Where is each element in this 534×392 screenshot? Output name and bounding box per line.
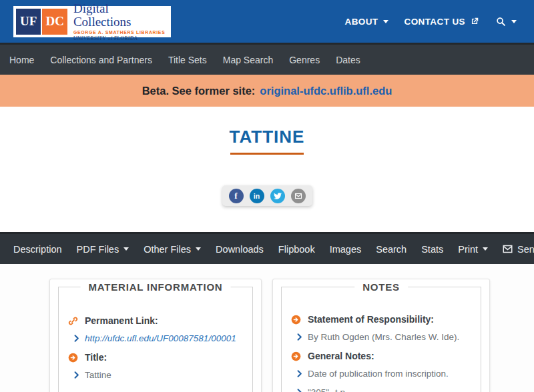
- print-label: Print: [458, 244, 478, 255]
- dc-logo-square: DC: [42, 9, 67, 35]
- permanent-link-label-row: Permanent Link:: [68, 315, 243, 326]
- nav-item-collections-and-partners[interactable]: Collections and Partners: [42, 55, 160, 65]
- external-link-icon: [470, 17, 479, 26]
- stats-label: Stats: [421, 244, 443, 255]
- item-toolbar: Description PDF Files Other Files Downlo…: [0, 232, 534, 264]
- arrow-circle-icon: [291, 315, 301, 325]
- statement-of-responsibility-value-row: By Ruth Ogden (Mrs. Charles W. Ide).: [297, 332, 471, 342]
- permanent-link-value-row: http://ufdc.ufl.edu/UF00087581/00001: [74, 333, 243, 343]
- nav-item-genres[interactable]: Genres: [281, 55, 328, 65]
- contact-us-label: CONTACT US: [405, 17, 466, 27]
- nav-item-map-search[interactable]: Map Search: [215, 55, 281, 65]
- search-icon: [495, 16, 507, 27]
- tab-downloads[interactable]: Downloads: [216, 244, 264, 255]
- chevron-right-icon: [297, 333, 302, 341]
- tab-other-files[interactable]: Other Files: [144, 244, 201, 255]
- logo-title: Digital Collections: [73, 2, 168, 29]
- send-label: Send: [517, 244, 534, 255]
- search-toggle[interactable]: [495, 16, 517, 27]
- field-label: General Notes:: [308, 351, 374, 361]
- title-underline: [230, 153, 304, 155]
- page-title: TATTINE: [230, 127, 305, 147]
- tab-pdf-files-label: PDF Files: [77, 244, 119, 255]
- print-button[interactable]: Print: [458, 244, 488, 255]
- chevron-down-icon: [511, 20, 517, 23]
- facebook-icon: f: [234, 191, 237, 201]
- field-label: Statement of Responsibility:: [308, 314, 434, 325]
- linkedin-share-button[interactable]: in: [250, 189, 264, 203]
- about-label: ABOUT: [345, 17, 378, 27]
- notes-heading: NOTES: [354, 281, 408, 293]
- tab-other-files-label: Other Files: [144, 244, 191, 255]
- tab-description[interactable]: Description: [13, 244, 62, 255]
- tab-search-label: Search: [376, 244, 407, 255]
- envelope-icon: [503, 245, 513, 253]
- nav-item-home[interactable]: Home: [9, 55, 42, 65]
- panel-notes: NOTES Statement of Responsibility: By Ru…: [272, 279, 490, 392]
- about-menu[interactable]: ABOUT: [345, 17, 388, 27]
- tab-description-label: Description: [13, 244, 62, 255]
- chevron-down-icon: [196, 247, 201, 251]
- permalink-chain-icon: [68, 316, 78, 326]
- twitter-share-button[interactable]: [270, 189, 285, 203]
- chevron-right-icon: [297, 370, 302, 377]
- statement-of-responsibility-label-row: Statement of Responsibility:: [291, 314, 471, 325]
- field-value: Tattine: [85, 370, 111, 380]
- tab-downloads-label: Downloads: [216, 244, 264, 255]
- nav-item-title-sets[interactable]: Title Sets: [160, 55, 215, 65]
- uf-logo-square: UF: [16, 9, 41, 35]
- field-label: Permanent Link:: [85, 315, 158, 326]
- arrow-circle-icon: [291, 351, 301, 361]
- contact-us-link[interactable]: CONTACT US: [405, 17, 480, 27]
- header-menu: ABOUT CONTACT US: [345, 16, 517, 27]
- field-value: Date of publication from inscription.: [308, 369, 449, 379]
- site-header: UF DC Digital Collections GEORGE A. SMAT…: [0, 0, 534, 43]
- general-notes-value-row: Date of publication from inscription.: [297, 369, 471, 379]
- panel-material-information: MATERIAL INFORMATION Permanent Link: htt…: [49, 279, 262, 392]
- field-value: By Ruth Ogden (Mrs. Charles W. Ide).: [308, 332, 459, 342]
- share-bar: f in: [222, 185, 312, 206]
- toolbar-right-group: Stats Print Send: [421, 244, 534, 255]
- logo-subtitle-libraries: GEORGE A. SMATHERS LIBRARIES: [73, 30, 168, 35]
- chevron-down-icon: [383, 20, 388, 23]
- facebook-share-button[interactable]: f: [229, 189, 244, 203]
- notes-fieldset: NOTES Statement of Responsibility: By Ru…: [281, 287, 481, 392]
- title-value-row: Tattine: [74, 370, 243, 380]
- item-metadata: MATERIAL INFORMATION Permanent Link: htt…: [0, 264, 534, 392]
- stats-button[interactable]: Stats: [421, 244, 443, 255]
- chevron-right-icon: [74, 335, 79, 342]
- tab-images-label: Images: [330, 244, 362, 255]
- linkedin-icon: in: [254, 192, 260, 200]
- email-share-button[interactable]: [291, 189, 306, 203]
- beta-banner: Beta. See former site: original-ufdc.ufl…: [0, 75, 534, 107]
- chevron-right-icon: [74, 371, 79, 379]
- tab-images[interactable]: Images: [330, 244, 362, 255]
- chevron-right-icon: [297, 389, 302, 392]
- twitter-icon: [274, 192, 282, 200]
- tab-pdf-files[interactable]: PDF Files: [77, 244, 129, 255]
- material-information-fieldset: MATERIAL INFORMATION Permanent Link: htt…: [58, 287, 253, 392]
- chevron-down-icon: [483, 247, 488, 251]
- title-label-row: Title:: [68, 352, 243, 363]
- tab-flipbook[interactable]: Flipbook: [278, 244, 315, 255]
- logo-subtitle-university: UNIVERSITY of FLORIDA: [73, 35, 168, 41]
- logo-text: Digital Collections GEORGE A. SMATHERS L…: [73, 2, 168, 41]
- tab-search[interactable]: Search: [376, 244, 407, 255]
- field-value: "305"--t.p.: [308, 387, 348, 392]
- former-site-link[interactable]: original-ufdc.uflib.ufl.edu: [260, 85, 392, 97]
- general-notes-value-row: "305"--t.p.: [297, 387, 471, 392]
- ufdc-logo[interactable]: UF DC Digital Collections GEORGE A. SMAT…: [13, 6, 171, 37]
- send-button[interactable]: Send: [503, 244, 534, 255]
- beta-banner-text: Beta. See former site:: [142, 85, 256, 97]
- general-notes-label-row: General Notes:: [291, 351, 471, 361]
- nav-item-dates[interactable]: Dates: [328, 55, 368, 65]
- chevron-down-icon: [123, 247, 129, 251]
- permanent-link-url[interactable]: http://ufdc.ufl.edu/UF00087581/00001: [85, 333, 236, 343]
- item-hero: TATTINE f in: [0, 107, 534, 232]
- tab-flipbook-label: Flipbook: [278, 244, 315, 255]
- field-label: Title:: [85, 352, 107, 363]
- main-nav: Home Collections and Partners Title Sets…: [0, 43, 534, 75]
- email-icon: [294, 192, 302, 200]
- material-information-heading: MATERIAL INFORMATION: [81, 281, 231, 293]
- arrow-circle-icon: [68, 353, 78, 363]
